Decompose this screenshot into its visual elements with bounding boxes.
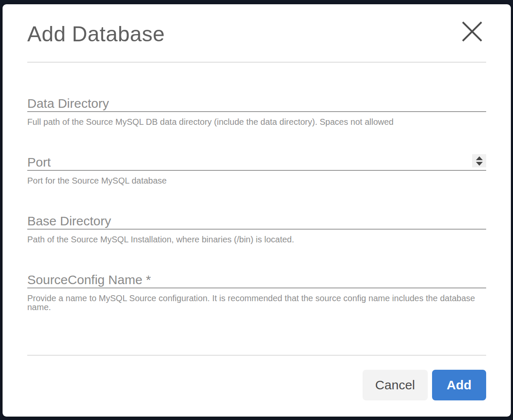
cancel-button[interactable]: Cancel (363, 370, 428, 400)
sourceconfig-name-input[interactable] (27, 272, 486, 288)
field-base-directory: Path of the Source MySQL Installation, w… (27, 213, 486, 244)
modal-footer: Cancel Add (27, 370, 486, 400)
add-button[interactable]: Add (432, 370, 486, 400)
add-database-modal: Add Database Full path of the Source MyS… (3, 4, 511, 417)
close-button[interactable] (461, 21, 483, 42)
modal-title: Add Database (27, 21, 486, 47)
sourceconfig-name-helper-text: Provide a name to MySQL Source configura… (27, 294, 486, 312)
chevron-down-icon[interactable] (476, 162, 483, 166)
base-directory-input[interactable] (27, 213, 486, 229)
sourceconfig-name-input-row (27, 272, 486, 288)
port-helper-text: Port for the Source MySQL database (27, 176, 486, 185)
field-data-directory: Full path of the Source MySQL DB data di… (27, 96, 486, 127)
port-input-row (27, 155, 486, 171)
field-sourceconfig-name: Provide a name to MySQL Source configura… (27, 272, 486, 312)
port-input[interactable] (27, 155, 486, 170)
data-directory-input-row (27, 96, 486, 112)
header-divider (27, 62, 486, 63)
chevron-up-icon[interactable] (476, 156, 483, 160)
base-directory-input-row (27, 213, 486, 230)
port-stepper[interactable] (472, 154, 486, 167)
field-port: Port for the Source MySQL database (27, 155, 486, 185)
base-directory-helper-text: Path of the Source MySQL Installation, w… (27, 235, 486, 244)
close-icon (461, 21, 483, 42)
data-directory-input[interactable] (27, 96, 486, 111)
data-directory-helper-text: Full path of the Source MySQL DB data di… (27, 118, 486, 127)
footer-divider (27, 355, 486, 356)
